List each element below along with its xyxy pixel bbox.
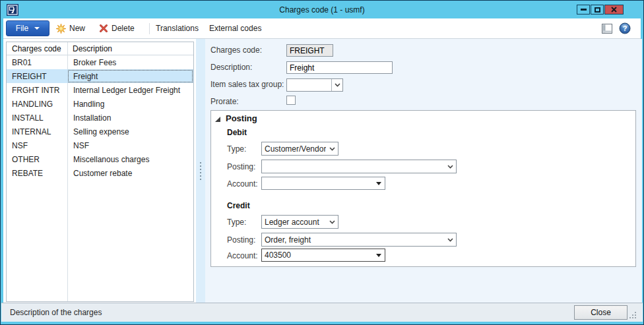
- maximize-icon: [595, 7, 600, 13]
- table-row[interactable]: INTERNAL Selling expense: [7, 125, 193, 138]
- close-button[interactable]: Close: [574, 305, 628, 320]
- description-field[interactable]: [286, 61, 393, 74]
- tab-external-codes[interactable]: External codes: [209, 18, 261, 38]
- window-title: Charges code (1 - usmf): [1, 5, 643, 15]
- item-sales-tax-group-combo[interactable]: [286, 78, 343, 92]
- table-row[interactable]: REBATE Customer rebate: [7, 166, 193, 180]
- credit-posting-combo[interactable]: Order, freight: [261, 233, 457, 247]
- statusbar: Description of the charges Close: [1, 303, 643, 322]
- toolbar-separator: [149, 23, 150, 34]
- debit-type-label: Type:: [227, 144, 246, 154]
- panes-button[interactable]: [602, 18, 612, 38]
- credit-type-label: Type:: [227, 218, 246, 227]
- grid-cell-description: Freight: [67, 69, 193, 83]
- delete-x-icon: [99, 24, 108, 33]
- charges-grid: Charges code Description BR01 Broker Fee…: [6, 42, 194, 302]
- new-star-icon: [56, 24, 66, 34]
- grid-cell-description: Selling expense: [67, 125, 193, 138]
- prorate-label: Prorate:: [210, 97, 239, 106]
- dropdown-arrow-icon: [373, 249, 385, 261]
- table-row[interactable]: OTHER Miscellanous charges: [7, 152, 193, 166]
- external-codes-label: External codes: [209, 24, 261, 33]
- panel-splitter[interactable]: [196, 39, 205, 303]
- grid-cell-description: Customer rebate: [67, 166, 193, 180]
- debit-account-label: Account:: [227, 179, 258, 189]
- debit-posting-label: Posting:: [227, 162, 255, 171]
- grid-cell-description: Internal Ledger Ledger Freight: [67, 83, 193, 97]
- table-row[interactable]: NSF NSF: [7, 138, 193, 152]
- chevron-down-icon: [444, 233, 456, 246]
- description-label: Description:: [210, 63, 252, 72]
- debit-type-value: Customer/Vendor: [262, 144, 326, 154]
- credit-heading: Credit: [227, 201, 250, 210]
- grid-cell-description: NSF: [67, 138, 193, 152]
- toolbar: File New Delete Translations External co: [3, 18, 641, 39]
- grid-cell-code: FREIGHT: [7, 72, 67, 81]
- details-panel: Charges code: Description: Item sales ta…: [205, 39, 642, 303]
- grid-cell-description: Broker Fees: [67, 55, 193, 69]
- chevron-down-icon: [326, 216, 338, 228]
- grid-header: Charges code Description: [7, 42, 193, 55]
- chevron-down-icon: [34, 27, 40, 30]
- credit-account-value: 403500: [262, 251, 373, 260]
- grid-cell-description: Installation: [67, 111, 193, 125]
- grid-cell-code: BR01: [7, 58, 67, 67]
- file-menu-label: File: [16, 24, 28, 33]
- table-row[interactable]: FRGHT INTR Internal Ledger Ledger Freigh…: [7, 83, 193, 97]
- credit-posting-label: Posting:: [227, 235, 255, 245]
- credit-type-combo[interactable]: Ledger account: [261, 215, 338, 229]
- close-icon: [610, 6, 618, 13]
- column-header-description[interactable]: Description: [67, 42, 193, 55]
- file-menu-button[interactable]: File: [6, 20, 49, 36]
- resize-grip[interactable]: [628, 310, 637, 319]
- dropdown-button[interactable]: [331, 79, 342, 91]
- new-button-label: New: [69, 24, 85, 33]
- prorate-checkbox[interactable]: [286, 96, 296, 105]
- posting-title: Posting: [226, 113, 257, 123]
- status-text: Description of the charges: [10, 308, 102, 317]
- chevron-down-icon: [335, 83, 340, 87]
- table-row[interactable]: BR01 Broker Fees: [7, 55, 193, 69]
- posting-group: Posting Debit Type: Customer/Vendor Post…: [210, 110, 636, 267]
- new-button[interactable]: New: [56, 18, 85, 38]
- column-header-charges-code[interactable]: Charges code: [7, 42, 67, 55]
- credit-account-combo[interactable]: 403500: [261, 249, 385, 262]
- credit-type-value: Ledger account: [262, 218, 326, 227]
- table-row[interactable]: HANDLING Handling: [7, 97, 193, 111]
- maximize-button[interactable]: [591, 5, 604, 15]
- tab-translations[interactable]: Translations: [156, 18, 199, 38]
- debit-heading: Debit: [227, 128, 247, 137]
- help-icon: ?: [619, 22, 631, 34]
- credit-account-label: Account:: [227, 251, 258, 260]
- item-sales-tax-group-label: Item sales tax group:: [210, 80, 284, 89]
- grid-cell-code: INSTALL: [7, 113, 67, 123]
- delete-button[interactable]: Delete: [99, 18, 135, 38]
- translations-label: Translations: [156, 24, 199, 33]
- charges-code-field[interactable]: [286, 44, 333, 57]
- close-window-button[interactable]: [604, 5, 624, 15]
- debit-posting-combo[interactable]: [261, 160, 457, 173]
- chevron-down-icon: [326, 142, 338, 155]
- grid-cell-code: REBATE: [7, 169, 67, 178]
- minimize-button[interactable]: [577, 5, 590, 15]
- delete-button-label: Delete: [112, 24, 135, 33]
- titlebar[interactable]: Charges code (1 - usmf): [1, 1, 643, 18]
- debit-type-combo[interactable]: Customer/Vendor: [261, 142, 338, 156]
- grid-cell-code: INTERNAL: [7, 127, 67, 136]
- help-button[interactable]: ?: [619, 18, 631, 38]
- grid-cell-code: OTHER: [7, 155, 67, 164]
- grid-body: BR01 Broker Fees FREIGHT Freight FRGHT I…: [7, 55, 193, 180]
- chevron-down-icon: [444, 160, 456, 173]
- dropdown-arrow-icon: [373, 177, 385, 189]
- grid-cell-code: HANDLING: [7, 100, 67, 109]
- table-row[interactable]: FREIGHT Freight: [7, 69, 193, 83]
- help-glyph: ?: [623, 24, 628, 32]
- panes-icon: [602, 24, 612, 34]
- grid-cell-description: Handling: [67, 97, 193, 111]
- table-row[interactable]: INSTALL Installation: [7, 111, 193, 125]
- grid-cell-code: NSF: [7, 141, 67, 150]
- charges-list-panel: Charges code Description BR01 Broker Fee…: [3, 39, 196, 303]
- charges-code-label: Charges code:: [210, 45, 262, 55]
- debit-account-combo[interactable]: [261, 177, 385, 190]
- charges-code-window: Charges code (1 - usmf) File New: [0, 0, 644, 325]
